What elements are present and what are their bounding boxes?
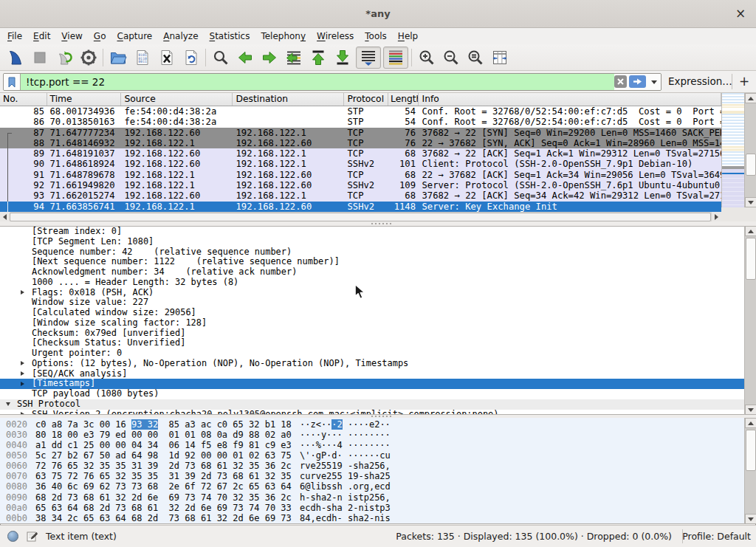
detail-row[interactable]: [Checksum Status: Unverified]	[0, 338, 744, 348]
filter-add-button[interactable]: +	[737, 71, 752, 92]
detail-row[interactable]: [Calculated window size: 29056]	[0, 308, 744, 318]
detail-row[interactable]: Window size value: 227	[0, 297, 744, 308]
detail-row[interactable]: [Timestamps]	[0, 379, 744, 389]
capture-options-button[interactable]	[78, 47, 100, 69]
detail-row[interactable]: [Next sequence number: 1122 (relative se…	[0, 257, 744, 267]
detail-row[interactable]: Sequence number: 42 (relative sequence n…	[0, 247, 744, 258]
colorize-button[interactable]	[383, 47, 408, 69]
menu-edit[interactable]: Edit	[28, 28, 56, 44]
packet-row-92[interactable]: 9271.661949820192.168.122.1192.168.122.6…	[0, 180, 721, 190]
scroll-down-button[interactable]	[745, 197, 756, 207]
title-bar[interactable]: *any ×	[0, 0, 756, 28]
column-header-source[interactable]: Source	[121, 93, 233, 106]
splitter-handle[interactable]	[371, 416, 391, 417]
hex-row-0030[interactable]: 003080 18 00 e3 79 ed 00 00 01 01 08 0a …	[0, 430, 756, 440]
detail-row[interactable]: TCP payload (1080 bytes)	[0, 389, 744, 399]
packet-row-89[interactable]: 8971.648191037192.168.122.60192.168.122.…	[0, 148, 721, 159]
menu-capture[interactable]: Capture	[111, 28, 158, 44]
menu-wireless[interactable]: Wireless	[312, 28, 360, 44]
splitter-handle[interactable]	[371, 223, 391, 224]
hex-row-00a0[interactable]: 00a065 63 64 68 2d 73 68 61 32 2d 6e 69 …	[0, 503, 756, 513]
detail-row[interactable]: Flags: 0x018 (PSH, ACK)	[0, 288, 744, 298]
column-header-no[interactable]: No.	[0, 93, 47, 106]
detail-row[interactable]: Urgent pointer: 0	[0, 348, 744, 359]
scroll-right-button[interactable]	[712, 212, 721, 221]
hex-row-0080[interactable]: 008036 40 6c 69 62 73 73 68 2e 6f 72 67 …	[0, 481, 756, 492]
expression-button[interactable]: Expression…	[668, 71, 732, 92]
menu-analyze[interactable]: Analyze	[158, 28, 204, 44]
menu-statistics[interactable]: Statistics	[204, 28, 255, 44]
packet-row-85[interactable]: 8568.001734936fe:54:00:d4:38:2aSTP54Conf…	[0, 106, 721, 117]
scroll-down-button[interactable]	[745, 405, 756, 415]
detail-row[interactable]: [TCP Segment Len: 1080]	[0, 237, 744, 247]
menu-help[interactable]: Help	[392, 28, 423, 44]
scroll-thumb[interactable]	[746, 154, 756, 176]
detail-row[interactable]: SSH Version 2 (encryption:chacha20-poly1…	[0, 410, 744, 416]
scroll-down-button[interactable]	[745, 514, 756, 524]
column-header-info[interactable]: Info	[419, 93, 721, 106]
column-header-protocol[interactable]: Protocol	[344, 93, 388, 106]
save-file-button[interactable]: 010101100011	[131, 47, 154, 69]
go-forward-button[interactable]	[258, 47, 281, 69]
packet-row-90[interactable]: 9071.648618924192.168.122.60192.168.122.…	[0, 159, 721, 169]
scroll-thumb[interactable]	[746, 238, 756, 280]
detail-row[interactable]: [Stream index: 0]	[0, 227, 744, 237]
expander-collapsed-icon[interactable]	[21, 290, 24, 295]
detail-row[interactable]: [Window size scaling factor: 128]	[0, 318, 744, 328]
filter-clear-button[interactable]	[614, 75, 627, 88]
detail-row[interactable]: SSH Protocol	[0, 399, 744, 410]
detail-row[interactable]: [SEQ/ACK analysis]	[0, 369, 744, 379]
hex-row-0040[interactable]: 0040a1 dd c1 25 00 00 04 34 06 14 f5 e8 …	[0, 440, 756, 450]
zoom-original-button[interactable]	[464, 47, 487, 69]
filter-bookmark-button[interactable]	[4, 74, 21, 90]
menu-tools[interactable]: Tools	[360, 28, 393, 44]
menu-telephony[interactable]: Telephony	[255, 28, 312, 44]
hscroll-thumb[interactable]	[10, 213, 711, 221]
auto-scroll-button[interactable]	[356, 47, 381, 69]
column-header-time[interactable]: Time	[47, 93, 121, 106]
bytes-vscrollbar[interactable]	[744, 418, 756, 524]
packet-row-91[interactable]: 9171.648789678192.168.122.1192.168.122.6…	[0, 170, 721, 180]
expander-collapsed-icon[interactable]	[21, 371, 24, 376]
detail-row[interactable]: Acknowledgment number: 34 (relative ack …	[0, 267, 744, 278]
expander-collapsed-icon[interactable]	[21, 361, 24, 365]
go-bottom-button[interactable]	[331, 47, 354, 69]
scroll-thumb[interactable]	[746, 430, 756, 471]
expander-expanded-icon[interactable]	[6, 402, 10, 406]
column-header-length[interactable]: Length	[388, 93, 419, 106]
hex-row-0090[interactable]: 009068 2d 73 68 61 32 2d 6e 69 73 74 70 …	[0, 492, 756, 503]
zoom-out-button[interactable]	[440, 47, 462, 69]
filter-dropdown-caret[interactable]	[651, 80, 657, 84]
stop-capture-button[interactable]	[29, 47, 51, 69]
packet-row-93[interactable]: 9371.662015274192.168.122.60192.168.122.…	[0, 190, 721, 201]
packet-row-88[interactable]: 8871.648146932192.168.122.1192.168.122.6…	[0, 138, 721, 148]
hex-row-0060[interactable]: 006072 76 65 32 35 35 31 39 2d 73 68 61 …	[0, 461, 756, 471]
packet-list-vscrollbar[interactable]	[744, 93, 756, 207]
menu-go[interactable]: Go	[88, 28, 111, 44]
filter-apply-button[interactable]	[629, 75, 646, 88]
scroll-left-button[interactable]	[0, 212, 10, 221]
scroll-up-button[interactable]	[745, 93, 756, 103]
packet-row-86[interactable]: 8670.013850163fe:54:00:d4:38:2aSTP54Conf…	[0, 117, 721, 127]
detail-row[interactable]: Checksum: 0x79ed [unverified]	[0, 328, 744, 339]
display-filter-input[interactable]: !tcp.port == 22	[3, 73, 662, 91]
open-file-button[interactable]	[107, 47, 129, 69]
detail-row[interactable]: Options: (12 bytes), No-Operation (NOP),…	[0, 359, 744, 369]
packet-row-87[interactable]: 8771.647777234192.168.122.60192.168.122.…	[0, 128, 721, 138]
packet-row-94[interactable]: 9471.663856741192.168.122.1192.168.122.6…	[0, 202, 721, 212]
expander-collapsed-icon[interactable]	[21, 382, 24, 386]
close-file-button[interactable]	[156, 47, 178, 69]
menu-file[interactable]: File	[2, 28, 28, 44]
go-back-button[interactable]	[234, 47, 256, 69]
details-vscrollbar[interactable]	[744, 226, 756, 415]
packet-list-hscrollbar[interactable]	[0, 212, 721, 221]
zoom-in-button[interactable]	[416, 47, 438, 69]
scroll-up-button[interactable]	[745, 226, 756, 236]
hex-row-0050[interactable]: 00505c 27 b2 67 50 ad 64 98 1d 92 00 00 …	[0, 450, 756, 461]
hex-row-0070[interactable]: 007063 75 72 76 65 32 35 35 31 39 2d 73 …	[0, 471, 756, 481]
reload-file-button[interactable]	[180, 47, 202, 69]
menu-view[interactable]: View	[56, 28, 88, 44]
capture-comment-icon[interactable]	[27, 531, 38, 542]
detail-row[interactable]: 1000 .... = Header Length: 32 bytes (8)	[0, 278, 744, 288]
find-packet-button[interactable]	[210, 47, 232, 69]
